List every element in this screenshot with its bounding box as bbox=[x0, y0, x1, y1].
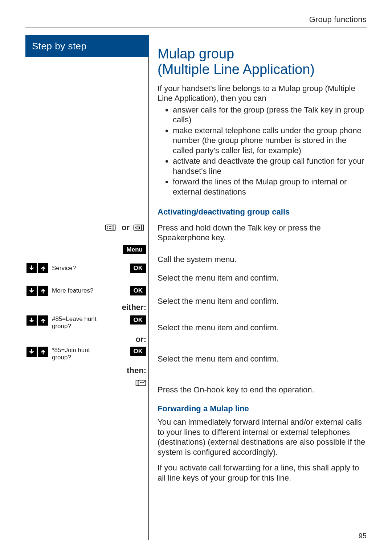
subheading-activating: Activating/deactivating group calls bbox=[158, 207, 367, 217]
svg-rect-6 bbox=[139, 227, 140, 229]
instr-press-talk: Press and hold down the Talk key or pres… bbox=[158, 223, 367, 243]
instr-select-3: Select the menu item and confirm. bbox=[158, 323, 367, 333]
talk-key-icon bbox=[105, 223, 118, 233]
step-text-leave-hunt: #85=Leave hunt group? bbox=[52, 315, 106, 330]
bullet-list: answer calls for the group (press the Ta… bbox=[158, 105, 367, 197]
instr-call-menu: Call the system menu. bbox=[158, 254, 367, 265]
svg-rect-0 bbox=[106, 225, 113, 230]
ok-badge: OK bbox=[130, 315, 147, 325]
instr-select-1: Select the menu item and confirm. bbox=[158, 273, 367, 283]
speakerphone-key-icon bbox=[133, 223, 146, 233]
or-label: or bbox=[122, 223, 130, 233]
or-label-2: or: bbox=[136, 334, 146, 344]
step-row-either: either: bbox=[122, 302, 146, 313]
subheading-forwarding: Forwarding a Mulap line bbox=[158, 404, 367, 414]
arrow-down-icon bbox=[26, 263, 37, 273]
step-row-then: then: bbox=[127, 366, 146, 376]
ok-badge: OK bbox=[130, 347, 147, 356]
svg-rect-7 bbox=[136, 380, 138, 386]
ok-badge: OK bbox=[130, 264, 147, 273]
list-item: answer calls for the group (press the Ta… bbox=[173, 105, 367, 125]
page-number: 95 bbox=[359, 531, 367, 540]
intro-paragraph: If your handset's line belongs to a Mula… bbox=[158, 83, 367, 103]
title-line-1: Mulap group bbox=[158, 46, 234, 61]
on-hook-key-icon bbox=[133, 378, 146, 388]
ok-badge: OK bbox=[130, 286, 147, 295]
menu-badge: Menu bbox=[123, 245, 146, 254]
step-text-more-features: More features? bbox=[52, 287, 93, 294]
list-item: activate and deactivate the group call f… bbox=[173, 156, 367, 176]
arrow-down-icon bbox=[26, 286, 37, 296]
header-section: Group functions bbox=[25, 15, 367, 28]
step-row-talk-key: or bbox=[105, 223, 146, 233]
step-row-menu: Menu bbox=[123, 245, 146, 254]
content: Mulap group (Multiple Line Application) … bbox=[149, 35, 367, 540]
svg-rect-5 bbox=[142, 225, 144, 230]
then-label: then: bbox=[127, 366, 146, 376]
step-row-onhook bbox=[133, 378, 146, 388]
title-line-2: (Multiple Line Application) bbox=[158, 62, 315, 77]
step-row-service: Service? OK bbox=[26, 263, 146, 273]
svg-rect-4 bbox=[134, 225, 142, 230]
fwd-paragraph-1: You can immediately forward internal and… bbox=[158, 417, 367, 457]
arrow-up-icon bbox=[38, 286, 48, 296]
step-text-service: Service? bbox=[52, 265, 76, 272]
sidebar: Step by step or bbox=[25, 35, 149, 540]
list-item: forward the lines of the Mulap group to … bbox=[173, 177, 367, 197]
svg-point-9 bbox=[144, 381, 145, 381]
step-row-join-hunt: *85=Join hunt group? OK bbox=[26, 347, 146, 361]
arrow-down-icon bbox=[26, 315, 37, 326]
step-by-step-header: Step by step bbox=[25, 35, 149, 57]
page-title: Mulap group (Multiple Line Application) bbox=[158, 46, 367, 78]
arrow-up-icon bbox=[38, 347, 48, 357]
arrow-down-icon bbox=[26, 347, 37, 357]
sidebar-body: or Menu bbox=[25, 57, 149, 540]
header-rule bbox=[25, 28, 367, 28]
instr-select-4: Select the menu item and confirm. bbox=[158, 354, 367, 364]
step-row-leave-hunt: #85=Leave hunt group? OK bbox=[26, 315, 146, 330]
step-text-join-hunt: *85=Join hunt group? bbox=[52, 347, 106, 361]
step-row-or: or: bbox=[136, 334, 146, 344]
fwd-paragraph-2: If you activate call forwarding for a li… bbox=[158, 463, 367, 483]
either-label: either: bbox=[122, 302, 146, 313]
step-row-more-features: More features? OK bbox=[26, 286, 146, 296]
arrow-up-icon bbox=[38, 263, 48, 273]
list-item: make external telephone calls under the … bbox=[173, 126, 367, 156]
instr-press-onhook: Press the On-hook key to end the operati… bbox=[158, 385, 367, 395]
arrow-up-icon bbox=[38, 315, 48, 326]
instr-select-2: Select the menu item and confirm. bbox=[158, 296, 367, 306]
svg-rect-1 bbox=[113, 225, 115, 230]
